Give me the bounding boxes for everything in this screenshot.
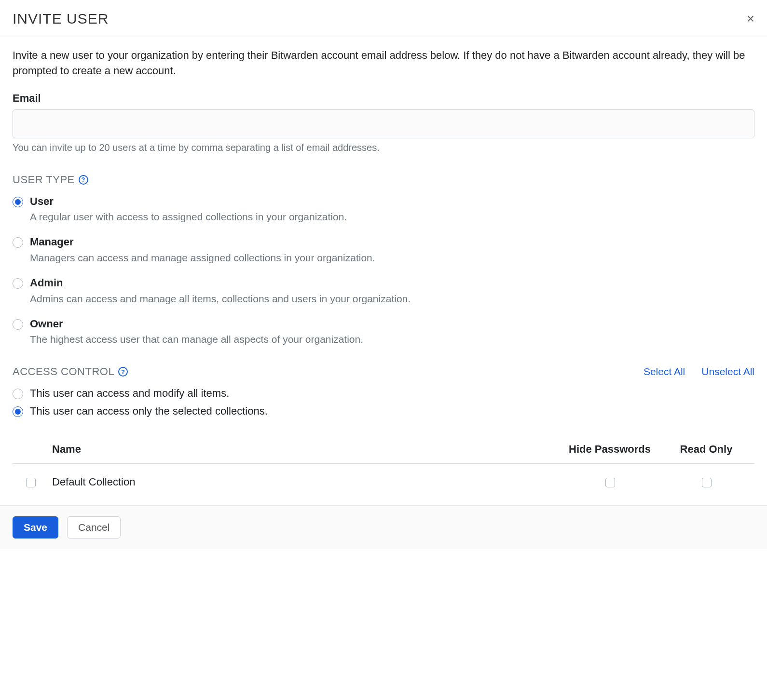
access-control-heading-text: ACCESS CONTROL xyxy=(13,365,114,378)
email-input[interactable] xyxy=(13,109,754,138)
radio-manager[interactable] xyxy=(13,237,23,248)
email-label: Email xyxy=(13,92,754,105)
radio-user[interactable] xyxy=(13,197,23,207)
user-type-desc: Admins can access and manage all items, … xyxy=(30,293,411,305)
user-type-heading-text: USER TYPE xyxy=(13,174,75,186)
help-icon[interactable]: ? xyxy=(79,175,88,185)
modal-header: INVITE USER × xyxy=(0,0,767,37)
row-select-checkbox[interactable] xyxy=(26,478,36,487)
hide-passwords-checkbox[interactable] xyxy=(605,478,615,487)
column-header-name: Name xyxy=(48,438,562,464)
modal-title: INVITE USER xyxy=(13,11,109,27)
user-type-option-owner[interactable]: Owner The highest access user that can m… xyxy=(13,317,754,346)
radio-owner[interactable] xyxy=(13,319,23,330)
user-type-label: User xyxy=(30,195,347,209)
modal-footer: Save Cancel xyxy=(0,505,767,549)
access-option-selected[interactable]: This user can access only the selected c… xyxy=(13,404,754,418)
user-type-heading: USER TYPE ? xyxy=(13,174,754,186)
user-type-option-manager[interactable]: Manager Managers can access and manage a… xyxy=(13,235,754,264)
access-control-header: ACCESS CONTROL ? Select All Unselect All xyxy=(13,365,754,378)
user-type-desc: The highest access user that can manage … xyxy=(30,334,363,345)
invite-user-modal: INVITE USER × Invite a new user to your … xyxy=(0,0,767,549)
access-control-options: This user can access and modify all item… xyxy=(13,387,754,418)
access-option-label: This user can access only the selected c… xyxy=(30,404,268,418)
access-option-label: This user can access and modify all item… xyxy=(30,387,229,401)
user-type-label: Owner xyxy=(30,317,363,331)
column-header-hide-passwords: Hide Passwords xyxy=(562,438,658,464)
email-hint: You can invite up to 20 users at a time … xyxy=(13,142,754,153)
modal-body: Invite a new user to your organization b… xyxy=(0,37,767,505)
radio-access-all[interactable] xyxy=(13,389,23,399)
close-icon[interactable]: × xyxy=(747,12,754,26)
user-type-desc: A regular user with access to assigned c… xyxy=(30,211,347,223)
access-links: Select All Unselect All xyxy=(644,366,754,377)
radio-admin[interactable] xyxy=(13,278,23,289)
intro-text: Invite a new user to your organization b… xyxy=(13,48,754,79)
user-type-options: User A regular user with access to assig… xyxy=(13,195,754,345)
column-header-check xyxy=(13,438,48,464)
unselect-all-link[interactable]: Unselect All xyxy=(701,366,754,377)
table-row: Default Collection xyxy=(13,464,754,500)
collection-name: Default Collection xyxy=(48,464,562,500)
read-only-checkbox[interactable] xyxy=(702,478,712,487)
user-type-option-user[interactable]: User A regular user with access to assig… xyxy=(13,195,754,223)
save-button[interactable]: Save xyxy=(13,516,58,538)
access-option-all[interactable]: This user can access and modify all item… xyxy=(13,387,754,401)
select-all-link[interactable]: Select All xyxy=(644,366,685,377)
user-type-label: Manager xyxy=(30,235,375,249)
cancel-button[interactable]: Cancel xyxy=(67,516,121,538)
user-type-label: Admin xyxy=(30,276,411,290)
radio-access-selected[interactable] xyxy=(13,406,23,417)
user-type-option-admin[interactable]: Admin Admins can access and manage all i… xyxy=(13,276,754,305)
access-control-heading: ACCESS CONTROL ? xyxy=(13,365,128,378)
column-header-read-only: Read Only xyxy=(658,438,754,464)
user-type-desc: Managers can access and manage assigned … xyxy=(30,252,375,264)
help-icon[interactable]: ? xyxy=(118,367,128,377)
collections-table: Name Hide Passwords Read Only Default Co… xyxy=(13,438,754,500)
